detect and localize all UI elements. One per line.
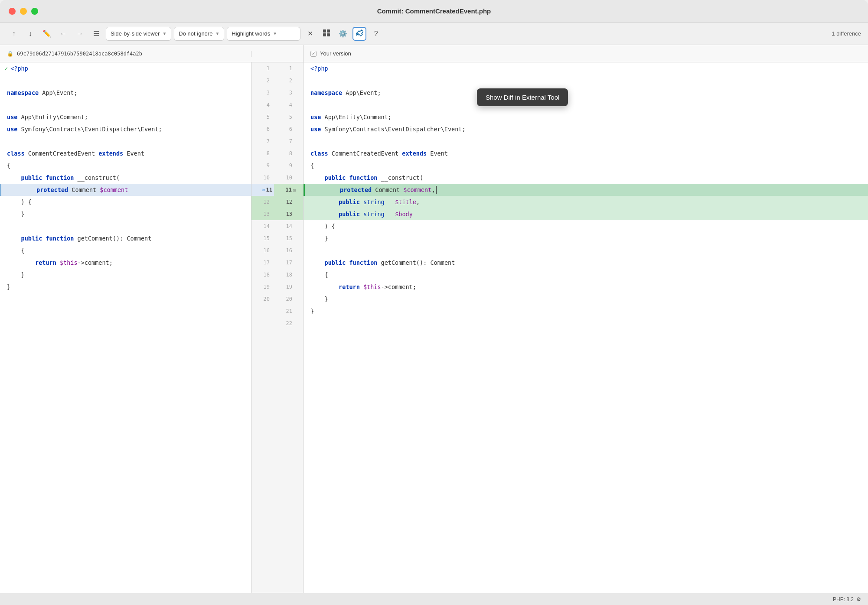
app-window: Commit: CommentCreatedEvent.php ↑ ↓ ✏️ ←… [0,0,868,605]
gutter-right-21: 21 [274,305,297,317]
gutter-row-20: 20 20 [251,293,303,305]
your-version-checkbox[interactable]: ✓ [310,51,317,57]
ignore-dropdown-arrow: ▼ [215,31,219,36]
right-line-2 [303,75,868,87]
right-line-12: public string $title, [303,196,868,208]
gutter-row-3: 3 3 [251,87,303,99]
gutter-row-5: 5 5 [251,111,303,123]
left-line-17: return $this->comment; [0,257,251,269]
right-line-22 [303,317,868,329]
gutter-right-2: 2 [274,75,297,87]
tooltip-container: Show Diff in External Tool [477,88,568,106]
diff-count: 1 difference [832,30,861,37]
right-line-13: public string $body [303,208,868,220]
right-line-7 [303,135,868,147]
gutter-right-6: 6 [274,123,297,135]
highlight-dropdown[interactable]: Highlight words ▼ [227,27,300,41]
gutter-left-6: 6 [251,123,274,135]
gutter-row-15: 15 15 [251,232,303,244]
gutter-right-15: 15 [274,232,297,244]
right-line-5: use App\Entity\Comment; [303,111,868,123]
gutter-row-16: 16 16 [251,244,303,257]
right-line-11: protected Comment $comment, [303,184,868,196]
gutter-row-18: 18 18 [251,269,303,281]
gutter-right-12: 12 [274,196,297,208]
back-button[interactable]: ← [56,27,70,41]
gutter-right-10: 10 [274,172,297,184]
gutter-row-13: 13 13 [251,208,303,220]
viewer-dropdown[interactable]: Side-by-side viewer ▼ [106,27,171,41]
gutter-row-7: 7 7 [251,135,303,147]
left-line-13: } [0,208,251,220]
ignore-dropdown[interactable]: Do not ignore ▼ [174,27,224,41]
gutter-row-9: 9 9 [251,159,303,172]
help-button[interactable]: ? [369,27,383,41]
settings-button[interactable]: ⚙️ [336,27,350,41]
right-line-18: { [303,269,868,281]
left-line-19: } [0,281,251,293]
tooltip-box: Show Diff in External Tool [477,88,568,106]
grid-icon [323,29,330,39]
gutter-left-11: »11 [251,184,274,196]
svg-rect-2 [323,33,326,36]
gutter-row-1: 1 1 [251,62,303,75]
diff-left-pane: ✓ <?php namespace App\Event; use App\Ent… [0,62,251,593]
status-text: PHP: 8.2 ⚙ [833,596,861,602]
gutter-left-17: 17 [251,257,274,269]
title-bar: Commit: CommentCreatedEvent.php [0,0,868,23]
gutter-left-10: 10 [251,172,274,184]
gutter-left-5: 5 [251,111,274,123]
list-icon: ☰ [93,29,99,38]
gutter-right-22: 22 [274,317,297,329]
left-line-12: ) { [0,196,251,208]
left-line-3: namespace App\Event; [0,87,251,99]
gutter-right-14: 14 [274,220,297,232]
minimize-button[interactable] [20,8,27,15]
down-button[interactable]: ↓ [23,27,37,41]
pencil-icon: ✏️ [42,29,51,38]
highlight-dropdown-arrow: ▼ [273,31,277,36]
close-button[interactable] [9,8,16,15]
diff-header: 🔒 69c79d06d27147916b75902418aca8c058df4a… [0,45,868,62]
left-line-10: public function __construct( [0,172,251,184]
left-line-7 [0,135,251,147]
maximize-button[interactable] [31,8,38,15]
diff-content: 🔒 69c79d06d27147916b75902418aca8c058df4a… [0,45,868,593]
left-green-check: ✓ [4,62,8,75]
diff-header-left: 🔒 69c79d06d27147916b75902418aca8c058df4a… [0,51,251,57]
gutter-check-icon: ☑ [293,188,296,192]
grid-button[interactable] [320,27,333,41]
gutter-left-16: 16 [251,244,274,257]
gutter-left-22 [251,317,274,329]
list-button[interactable]: ☰ [89,27,103,41]
left-line-2 [0,75,251,87]
svg-rect-1 [327,29,330,33]
gutter-right-5: 5 [274,111,297,123]
gutter-left-20: 20 [251,293,274,305]
gutter-row-2: 2 2 [251,75,303,87]
gutter-right-11: 11☑ [274,184,297,196]
left-line-11: protected Comment $comment [0,184,251,196]
gutter-row-6: 6 6 [251,123,303,135]
right-line-3: namespace App\Event; [303,87,868,99]
gutter-row-22: 22 [251,317,303,329]
lock-icon: 🔒 [7,51,13,57]
gutter-left-8: 8 [251,147,274,159]
right-line-17: public function getComment(): Comment [303,257,868,269]
status-bar: PHP: 8.2 ⚙ [0,593,868,605]
up-button[interactable]: ↑ [7,27,21,41]
forward-button[interactable]: → [73,27,87,41]
gutter-left-12: 12 [251,196,274,208]
gutter-left-3: 3 [251,87,274,99]
close-diff-button[interactable]: ✕ [303,27,317,41]
commit-hash: 69c79d06d27147916b75902418aca8c058df4a2b [17,51,142,57]
gutter-row-21: 21 [251,305,303,317]
gutter-right-7: 7 [274,135,297,147]
edit-button[interactable]: ✏️ [40,27,54,41]
svg-rect-3 [327,33,330,36]
right-line-19: return $this->comment; [303,281,868,293]
left-line-1: ✓ <?php [0,62,251,75]
gutter-row-4: 4 4 [251,99,303,111]
external-tool-button[interactable] [352,27,366,41]
back-arrow-icon: ← [60,30,67,38]
